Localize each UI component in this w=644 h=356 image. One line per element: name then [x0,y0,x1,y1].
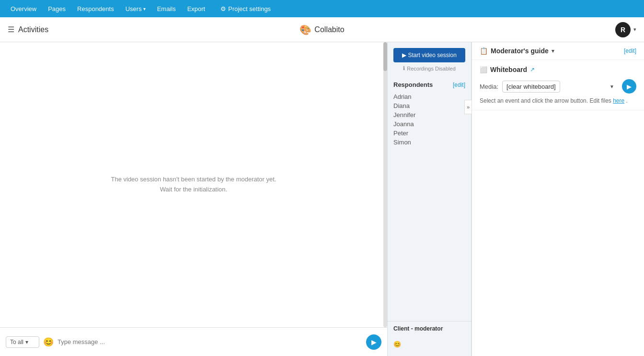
list-item: Jennifer [393,110,465,119]
message-input[interactable] [58,338,362,345]
list-item: Simon [393,138,465,147]
to-all-dropdown-icon: ▾ [25,339,28,345]
users-dropdown-icon: ▾ [143,6,146,12]
right-panel-header: 📋 Moderator's guide ▾ [edit] [472,42,644,60]
client-moderator-chat: 😊 ▶ [393,336,465,352]
send-media-button[interactable]: ▶ [622,79,636,94]
user-avatar[interactable]: R [615,22,631,37]
media-select-wrapper: [clear whiteboard] [502,81,618,93]
nav-pages[interactable]: Pages [43,3,70,14]
media-select[interactable]: [clear whiteboard] [502,81,560,93]
video-content: The video session hasn't been started by… [0,42,387,327]
respondents-label: Respondents [393,81,433,88]
send-media-icon: ▶ [627,83,632,90]
list-item: Diana [393,101,465,110]
whiteboard-hint-link[interactable]: here [613,97,624,104]
media-label: Media: [480,83,498,90]
emoji-picker-button[interactable]: 😊 [43,337,54,347]
nav-export[interactable]: Export [183,3,210,14]
right-panel: 📋 Moderator's guide ▾ [edit] ⬜ Whiteboar… [472,42,644,356]
main-layout: The video session hasn't been started by… [0,42,644,356]
gear-icon: ⚙ [220,5,226,12]
whiteboard-title: Whiteboard [490,66,527,73]
header-bar: ☰ Activities 🎨 Collabito R ▾ [0,17,644,42]
user-dropdown-icon[interactable]: ▾ [633,26,636,33]
whiteboard-hint: Select an event and click the arrow butt… [480,97,636,104]
to-all-select[interactable]: To all ▾ [6,336,39,348]
list-item: Joanna [393,119,465,129]
list-item: Adrian [393,92,465,101]
collapse-icon: » [467,104,470,110]
whiteboard-section: ⬜ Whiteboard ↗ Media: [clear whiteboard]… [472,60,644,110]
respondents-panel: ▶ Start video session ℹ Recordings Disab… [388,42,472,356]
top-navigation: Overview Pages Respondents Users ▾ Email… [0,0,644,17]
hamburger-menu[interactable]: ☰ [8,25,14,34]
send-icon: ▶ [371,338,377,346]
app-logo-area: 🎨 Collabito [299,24,344,36]
header-right: R ▾ [615,22,636,37]
respondents-list: Adrian Diana Jennifer Joanna Peter Simon [393,92,465,147]
session-controls: ▶ Start video session ℹ Recordings Disab… [388,42,471,77]
info-icon: ℹ [403,65,405,71]
nav-overview[interactable]: Overview [6,3,41,14]
video-area: The video session hasn't been started by… [0,42,388,356]
scrollbar-thumb[interactable] [383,42,387,71]
nav-emails[interactable]: Emails [152,3,181,14]
nav-respondents[interactable]: Respondents [72,3,119,14]
send-message-button[interactable]: ▶ [366,334,381,350]
respondents-section: Respondents [edit] Adrian Diana Jennifer… [388,77,471,151]
app-name: Collabito [314,25,344,34]
video-placeholder: The video session hasn't been started by… [111,175,276,195]
guide-expand-icon[interactable]: ▾ [552,48,554,54]
nav-users[interactable]: Users ▾ [121,3,150,14]
moderator-guide-title: 📋 Moderator's guide ▾ [480,47,554,55]
client-moderator-label: Client - moderator [393,325,465,332]
client-moderator-input[interactable] [404,341,476,347]
logo-icon: 🎨 [299,24,311,36]
client-moderator-section: Client - moderator 😊 ▶ [388,321,471,356]
list-item: Peter [393,129,465,138]
respondents-header: Respondents [edit] [393,81,465,88]
panel-collapse-button[interactable]: » [464,100,472,114]
nav-project-settings[interactable]: ⚙ Project settings [216,3,276,14]
whiteboard-icon: ⬜ [480,66,487,73]
media-row: Media: [clear whiteboard] ▶ [480,79,636,94]
recording-status: ℹ Recordings Disabled [393,65,465,71]
respondents-edit-link[interactable]: [edit] [453,82,465,88]
chat-footer: To all ▾ 😊 ▶ [0,327,387,356]
start-video-button[interactable]: ▶ Start video session [393,48,465,62]
guide-edit-link[interactable]: [edit] [624,47,636,54]
scrollbar[interactable] [383,42,387,327]
whiteboard-header: ⬜ Whiteboard ↗ [480,66,636,73]
page-title: Activities [18,25,48,34]
chat-emoji[interactable]: 😊 [393,341,401,348]
whiteboard-external-link[interactable]: ↗ [530,66,535,73]
clipboard-icon: 📋 [480,47,488,55]
